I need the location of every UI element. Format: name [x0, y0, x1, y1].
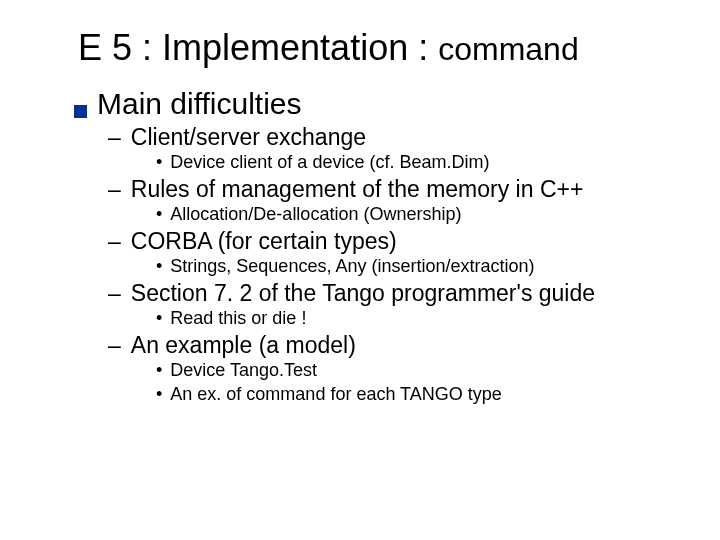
dot-icon: • — [156, 152, 162, 174]
dash-icon: – — [108, 176, 121, 202]
title-main: E 5 : Implementation : — [78, 27, 438, 68]
dot-icon: • — [156, 204, 162, 226]
slide: E 5 : Implementation : command Main diff… — [0, 0, 720, 540]
dot-icon: • — [156, 360, 162, 382]
l1-text: Main difficulties — [97, 86, 302, 122]
l3-text: Device Tango.Test — [170, 360, 317, 382]
l3-text: Allocation/De-allocation (Ownership) — [170, 204, 461, 226]
l2-text: An example (a model) — [131, 332, 356, 358]
l2-text: CORBA (for certain types) — [131, 228, 397, 254]
bullet-level2: – Client/server exchange — [108, 124, 680, 150]
bullet-level3: • Allocation/De-allocation (Ownership) — [156, 204, 680, 226]
dash-icon: – — [108, 280, 121, 306]
bullet-level3: • Device Tango.Test — [156, 360, 680, 382]
l3-text: Device client of a device (cf. Beam.Dim) — [170, 152, 489, 174]
bullet-level3: • An ex. of command for each TANGO type — [156, 384, 680, 406]
bullet-level3: • Strings, Sequences, Any (insertion/ext… — [156, 256, 680, 278]
l3-text: Read this or die ! — [170, 308, 306, 330]
square-bullet-icon — [74, 105, 87, 118]
l3-text: Strings, Sequences, Any (insertion/extra… — [170, 256, 534, 278]
dot-icon: • — [156, 256, 162, 278]
bullet-level2: – Rules of management of the memory in C… — [108, 176, 680, 202]
bullet-level2: – CORBA (for certain types) — [108, 228, 680, 254]
bullet-level2: – An example (a model) — [108, 332, 680, 358]
l2-text: Section 7. 2 of the Tango programmer's g… — [131, 280, 595, 306]
l3-text: An ex. of command for each TANGO type — [170, 384, 501, 406]
bullet-level1: Main difficulties — [74, 86, 680, 122]
dash-icon: – — [108, 124, 121, 150]
dot-icon: • — [156, 308, 162, 330]
title-tail: command — [438, 31, 579, 67]
dash-icon: – — [108, 228, 121, 254]
dot-icon: • — [156, 384, 162, 406]
bullet-level3: • Read this or die ! — [156, 308, 680, 330]
dash-icon: – — [108, 332, 121, 358]
bullet-level3: • Device client of a device (cf. Beam.Di… — [156, 152, 680, 174]
l2-text: Client/server exchange — [131, 124, 366, 150]
slide-title: E 5 : Implementation : command — [78, 28, 680, 68]
l2-text: Rules of management of the memory in C++ — [131, 176, 584, 202]
bullet-level2: – Section 7. 2 of the Tango programmer's… — [108, 280, 680, 306]
